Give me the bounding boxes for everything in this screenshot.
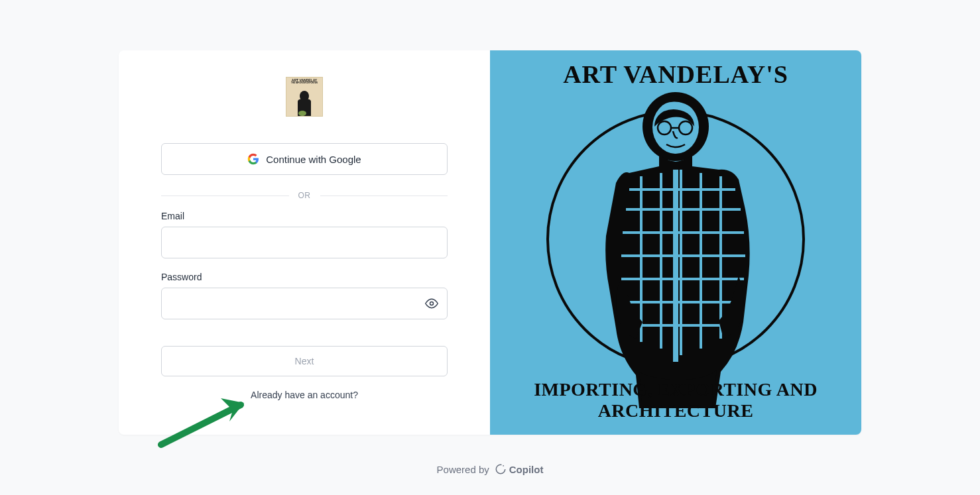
divider-label: OR — [289, 191, 320, 200]
password-label: Password — [161, 272, 448, 282]
copilot-brand-text: Copilot — [509, 464, 544, 475]
copilot-logo: Copilot — [495, 463, 544, 475]
hero-subtitle-line2: ARCHITECTURE — [490, 400, 861, 421]
svg-point-2 — [430, 302, 434, 305]
email-label: Email — [161, 211, 448, 221]
continue-with-google-button[interactable]: Continue with Google — [161, 143, 448, 175]
hero-subtitle: IMPORTING, EXPORTING AND ARCHITECTURE — [490, 379, 861, 421]
password-field-group: Password — [161, 272, 448, 319]
divider-line-right — [320, 195, 448, 196]
already-have-account-link[interactable]: Already have an account? — [251, 390, 358, 400]
next-button[interactable]: Next — [161, 346, 448, 376]
footer: Powered by Copilot — [0, 463, 980, 475]
copilot-icon — [495, 463, 507, 475]
divider-line-left — [161, 195, 289, 196]
svg-point-1 — [298, 111, 306, 116]
password-input[interactable] — [161, 288, 448, 319]
logo-subtitle: THE IMPORTER EXPORTER — [286, 82, 322, 84]
google-button-label: Continue with Google — [266, 154, 361, 165]
show-password-icon[interactable] — [425, 297, 438, 310]
powered-by-label: Powered by — [437, 464, 489, 475]
divider: OR — [161, 191, 448, 200]
google-icon — [247, 153, 259, 165]
login-panel: ART VANDELAY THE IMPORTER EXPORTER Conti… — [119, 50, 490, 435]
hero-panel: ART VANDELAY'S — [490, 50, 861, 435]
hero-subtitle-line1: IMPORTING, EXPORTING AND — [490, 379, 861, 400]
brand-logo-small: ART VANDELAY THE IMPORTER EXPORTER — [286, 77, 323, 117]
email-input[interactable] — [161, 227, 448, 258]
hero-figure-illustration — [543, 77, 808, 408]
login-container: ART VANDELAY THE IMPORTER EXPORTER Conti… — [119, 50, 861, 435]
email-field-group: Email — [161, 211, 448, 258]
